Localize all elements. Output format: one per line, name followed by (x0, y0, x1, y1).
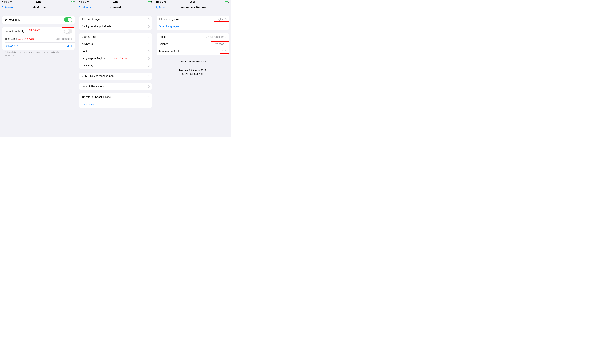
status-carrier: No SIM (156, 1, 164, 3)
row-label: iPhone Language (159, 18, 216, 21)
screen-general: No SIM 06:18 Settings General (77, 0, 154, 137)
wifi-icon (10, 1, 12, 3)
row-shut-down[interactable]: Shut Down (79, 101, 152, 108)
row-time-zone[interactable]: Time Zone 点击进入时区设置 Los Angeles (2, 35, 75, 42)
chevron-right-icon (148, 96, 150, 98)
row-label: Keyboard (82, 43, 148, 46)
row-calendar[interactable]: Calendar Gregorian (157, 40, 229, 48)
chevron-right-icon (148, 57, 150, 60)
example-time: 00:34 (157, 65, 229, 69)
annotation-auto: 关闭自动设置 (28, 29, 40, 32)
row-label: Shut Down (82, 103, 149, 106)
row-label: 24-Hour Time (5, 18, 64, 21)
status-time: 23:11 (36, 1, 41, 3)
row-iphone-storage[interactable]: iPhone Storage (79, 16, 152, 23)
status-carrier: No SIM (2, 1, 9, 3)
date-value[interactable]: 20 Mar 2022 (5, 45, 19, 48)
row-other-languages[interactable]: Other Languages... (157, 23, 229, 30)
back-label: General (158, 6, 168, 9)
row-label: Date & Time (82, 36, 148, 39)
row-dictionary[interactable]: Dictionary (79, 62, 152, 69)
row-label: Dictionary (82, 64, 148, 67)
row-label: Calendar (159, 43, 213, 46)
row-label: Fonts (82, 50, 148, 53)
row-label: Temperature Unit (159, 50, 222, 53)
row-set-automatically: Set Automatically 关闭自动设置 (2, 27, 75, 35)
annotation-timezone: 点击进入时区设置 (18, 38, 56, 40)
chevron-right-icon (225, 36, 227, 38)
svg-rect-4 (152, 1, 152, 2)
row-value: Gregorian (213, 43, 224, 46)
back-button[interactable]: General (1, 6, 14, 9)
chevron-right-icon (148, 18, 150, 20)
example-header: Region Format Example (157, 60, 229, 64)
row-date-time[interactable]: Date & Time (79, 33, 152, 40)
row-language-region[interactable]: Language & Region 选择语言和地区 (79, 55, 152, 62)
status-time: 06:25 (190, 1, 195, 3)
row-value: English (216, 18, 224, 21)
annotation-language: 选择语言和地区 (114, 57, 127, 60)
page-title: General (110, 6, 121, 9)
row-region[interactable]: Region United Kingdom (157, 33, 229, 40)
battery-charging-icon (71, 1, 75, 3)
row-temperature-unit[interactable]: Temperature Unit °F (157, 48, 229, 55)
status-carrier: No SIM (79, 1, 86, 3)
page-title: Date & Time (30, 6, 46, 9)
row-24-hour-time: 24-Hour Time (2, 16, 75, 24)
chevron-right-icon (148, 36, 150, 38)
row-date-time-display[interactable]: 20 Mar 2022 23:11 (2, 42, 75, 50)
svg-rect-7 (229, 1, 229, 2)
chevron-right-icon (148, 43, 150, 45)
row-iphone-language[interactable]: iPhone Language English (157, 16, 229, 23)
chevron-right-icon (225, 18, 227, 20)
chevron-right-icon (71, 38, 72, 40)
chevron-right-icon (148, 25, 150, 28)
row-vpn-device-management[interactable]: VPN & Device Management (79, 73, 152, 80)
battery-charging-icon (225, 1, 229, 3)
row-background-app-refresh[interactable]: Background App Refresh (79, 23, 152, 30)
battery-charging-icon (148, 1, 152, 3)
status-bar: No SIM 06:18 (77, 0, 154, 4)
row-value: °F (222, 50, 224, 53)
back-label: General (4, 6, 14, 9)
example-date: Monday, 29 August 2022 (157, 68, 229, 72)
chevron-right-icon (225, 43, 227, 45)
screen-date-time: No SIM 23:11 General Date & Time (0, 0, 77, 137)
row-label: Time Zone (5, 38, 17, 40)
row-value: United Kingdom (205, 36, 224, 39)
status-bar: No SIM 06:25 (154, 0, 231, 4)
chevron-right-icon (148, 75, 150, 77)
row-label: Legal & Regulatory (82, 85, 148, 88)
chevron-right-icon (148, 65, 150, 67)
footer-note: Automatic time zone accuracy is improved… (2, 50, 75, 56)
row-label: Region (159, 36, 205, 39)
chevron-left-icon (156, 6, 158, 9)
back-label: Settings (81, 6, 91, 9)
chevron-right-icon (225, 50, 227, 52)
screen-language-region: No SIM 06:25 General Language & Region (154, 0, 231, 137)
toggle-set-automatically[interactable] (64, 29, 72, 34)
row-transfer-reset[interactable]: Transfer or Reset iPhone (79, 93, 152, 101)
row-label: Background App Refresh (82, 25, 148, 28)
chevron-right-icon (148, 85, 150, 88)
nav-bar: Settings General (77, 4, 154, 11)
chevron-right-icon (148, 50, 150, 52)
wifi-icon (164, 1, 166, 3)
row-keyboard[interactable]: Keyboard (79, 40, 152, 48)
nav-bar: General Language & Region (154, 4, 231, 11)
row-fonts[interactable]: Fonts (79, 48, 152, 55)
status-bar: No SIM 23:11 (0, 0, 77, 4)
time-value[interactable]: 23:11 (66, 45, 72, 48)
row-label: iPhone Storage (82, 18, 148, 21)
row-legal-regulatory[interactable]: Legal & Regulatory (79, 83, 152, 90)
status-time: 06:18 (113, 1, 118, 3)
page-title: Language & Region (180, 6, 206, 9)
toggle-24-hour[interactable] (64, 17, 72, 22)
back-button[interactable]: Settings (78, 6, 91, 9)
svg-rect-1 (75, 1, 75, 2)
wifi-icon (87, 1, 89, 3)
row-label: Other Languages... (159, 25, 227, 28)
row-label: Transfer or Reset iPhone (82, 96, 148, 99)
row-label: VPN & Device Management (82, 75, 148, 78)
back-button[interactable]: General (156, 6, 168, 9)
